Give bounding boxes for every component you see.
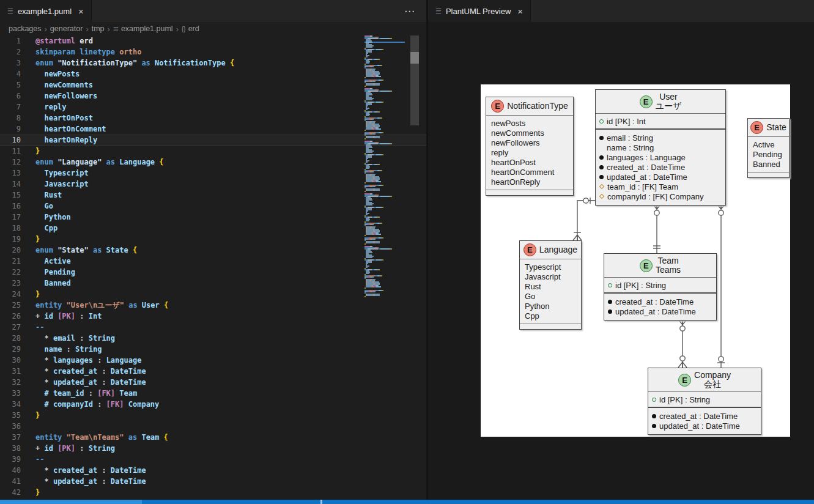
code-line[interactable]: 38+ id [PK] : String (0, 443, 426, 454)
line-number[interactable]: 29 (0, 344, 35, 355)
line-number[interactable]: 19 (0, 234, 35, 245)
code-line[interactable]: 26+ id [PK] : Int (0, 311, 426, 322)
line-number[interactable]: 1 (0, 35, 35, 46)
scrollbar-handle[interactable] (410, 52, 419, 64)
code-line[interactable]: 40 * created_at : DateTime (0, 465, 426, 476)
code-editor[interactable]: 1@startuml erd2skinparam linetype ortho3… (0, 35, 426, 504)
line-number[interactable]: 40 (0, 465, 35, 476)
code-line[interactable]: 25entity "User\nユーザ" as User { (0, 300, 426, 311)
code-line[interactable]: 8 heartOnPost (0, 113, 426, 124)
code-line[interactable]: 2skinparam linetype ortho (0, 46, 426, 57)
line-number[interactable]: 30 (0, 355, 35, 366)
line-number[interactable]: 7 (0, 102, 35, 113)
code-line[interactable]: 21 Active (0, 256, 426, 267)
line-number[interactable]: 18 (0, 223, 35, 234)
code-line[interactable]: 13 Typescript (0, 168, 426, 179)
line-number[interactable]: 17 (0, 212, 35, 223)
line-number[interactable]: 3 (0, 57, 35, 69)
line-number[interactable]: 11 (0, 146, 35, 157)
tab-example1-puml[interactable]: ☰ example1.puml × (0, 0, 92, 22)
tab-plantuml-preview[interactable]: ☰ PlantUML Preview × (428, 0, 531, 22)
editor-scrollbar[interactable] (410, 35, 419, 125)
code-line[interactable]: 3enum "NotificationType" as Notification… (0, 57, 426, 69)
code-line[interactable]: 37entity "Team\nTeams" as Team { (0, 432, 426, 443)
line-number[interactable]: 15 (0, 190, 35, 201)
line-number[interactable]: 14 (0, 179, 35, 190)
code-line[interactable]: 23 Banned (0, 278, 426, 289)
code-line[interactable]: 39-- (0, 454, 426, 465)
line-number[interactable]: 5 (0, 80, 35, 91)
code-line[interactable]: 15 Rust (0, 190, 426, 201)
close-icon[interactable]: × (517, 6, 523, 17)
line-number[interactable]: 32 (0, 377, 35, 388)
line-number[interactable]: 23 (0, 278, 35, 289)
line-number[interactable]: 8 (0, 113, 35, 124)
code-line[interactable]: 22 Pending (0, 267, 426, 278)
breadcrumb-item-generator[interactable]: generator (50, 24, 83, 33)
line-number[interactable]: 13 (0, 168, 35, 179)
breadcrumb-item-example1-puml[interactable]: ☰example1.puml (113, 24, 173, 33)
line-number[interactable]: 28 (0, 333, 35, 344)
line-number[interactable]: 12 (0, 157, 35, 168)
line-number[interactable]: 20 (0, 245, 35, 256)
code-line[interactable]: 30 * languages : Language (0, 355, 426, 366)
code-line[interactable]: 1@startuml erd (0, 35, 426, 46)
required-dot-icon (599, 155, 604, 160)
code-line[interactable]: 20enum "State" as State { (0, 245, 426, 256)
line-number[interactable]: 37 (0, 432, 35, 443)
code-line[interactable]: 24} (0, 289, 426, 300)
code-line[interactable]: 41 * updated_at : DateTime (0, 476, 426, 487)
line-number[interactable]: 4 (0, 69, 35, 80)
code-line[interactable]: 18 Cpp (0, 223, 426, 234)
code-line[interactable]: 9 heartOnComment (0, 124, 426, 135)
line-number[interactable]: 35 (0, 410, 35, 421)
code-line[interactable]: 7 reply (0, 102, 426, 113)
panel-divider[interactable] (426, 0, 428, 504)
line-number[interactable]: 10 (0, 135, 35, 146)
code-line[interactable]: 32 * updated_at : DateTime (0, 377, 426, 388)
line-number[interactable]: 34 (0, 399, 35, 410)
code-line[interactable]: 19} (0, 234, 426, 245)
code-line[interactable]: 4 newPosts (0, 69, 426, 80)
close-icon[interactable]: × (78, 6, 84, 17)
line-number[interactable]: 31 (0, 366, 35, 377)
code-line[interactable]: 27-- (0, 322, 426, 333)
minimap[interactable] (364, 35, 405, 504)
code-line[interactable]: 28 * email : String (0, 333, 426, 344)
code-line[interactable]: 36 (0, 421, 426, 432)
code-line[interactable]: 34 # companyId : [FK] Company (0, 399, 426, 410)
code-line[interactable]: 16 Go (0, 201, 426, 212)
line-number[interactable]: 39 (0, 454, 35, 465)
code-line[interactable]: 5 newComments (0, 80, 426, 91)
code-line[interactable]: 12enum "Language" as Language { (0, 157, 426, 168)
code-line[interactable]: 42} (0, 487, 426, 498)
breadcrumb-item-packages[interactable]: packages (9, 24, 42, 33)
line-number[interactable]: 42 (0, 487, 35, 498)
line-number[interactable]: 33 (0, 388, 35, 399)
line-number[interactable]: 41 (0, 476, 35, 487)
code-line[interactable]: 29 name : String (0, 344, 426, 355)
breadcrumb-item-erd[interactable]: {}erd (182, 24, 199, 33)
line-number[interactable]: 38 (0, 443, 35, 454)
line-number[interactable]: 27 (0, 322, 35, 333)
code-line[interactable]: 11} (0, 146, 426, 157)
breadcrumb-item-tmp[interactable]: tmp (92, 24, 105, 33)
code-line[interactable]: 17 Python (0, 212, 426, 223)
line-number[interactable]: 36 (0, 421, 35, 432)
code-line[interactable]: 33 # team_id : [FK] Team (0, 388, 426, 399)
line-number[interactable]: 16 (0, 201, 35, 212)
code-line[interactable]: 6 newFollowers (0, 91, 426, 102)
code-line[interactable]: 31 * created_at : DateTime (0, 366, 426, 377)
line-number[interactable]: 22 (0, 267, 35, 278)
line-number[interactable]: 24 (0, 289, 35, 300)
line-number[interactable]: 2 (0, 46, 35, 57)
code-line[interactable]: 14 Javascript (0, 179, 426, 190)
line-number[interactable]: 21 (0, 256, 35, 267)
line-number[interactable]: 26 (0, 311, 35, 322)
line-number[interactable]: 9 (0, 124, 35, 135)
more-actions-icon[interactable]: ⋯ (404, 5, 415, 18)
line-number[interactable]: 25 (0, 300, 35, 311)
code-line[interactable]: 10 heartOnReply (0, 135, 426, 146)
line-number[interactable]: 6 (0, 91, 35, 102)
code-line[interactable]: 35} (0, 410, 426, 421)
